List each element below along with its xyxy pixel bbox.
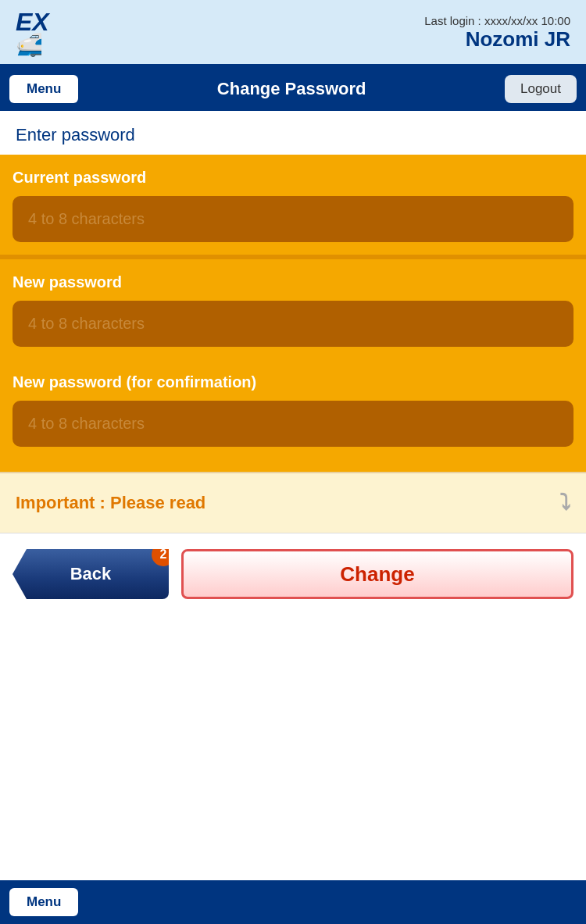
new-password-label: New password [13,273,573,291]
back-button-label: Back [70,564,112,584]
app-header: EX 🚅 Last login : xxxx/xx/xx 10:00 Nozom… [0,0,586,67]
header-info: Last login : xxxx/xx/xx 10:00 Nozomi JR [424,14,570,52]
bottom-actions: Back 2 Change [0,533,586,615]
nav-menu-button[interactable]: Menu [9,75,78,103]
important-text: Important : Please read [16,493,205,513]
confirm-password-label: New password (for confirmation) [13,373,573,391]
confirm-password-input[interactable] [13,401,573,447]
logo-ex-text: EX [16,9,49,34]
change-button[interactable]: Change [181,549,573,599]
current-password-input[interactable] [13,196,573,242]
password-form-area: Current password New password New passwo… [0,155,586,472]
new-password-block: New password [0,259,586,359]
back-button[interactable]: Back 2 [13,549,169,599]
navbar: Menu Change Password Logout [0,67,586,111]
user-name-text: Nozomi JR [424,27,570,52]
logo-train-icon: 🚅 [16,34,43,56]
back-badge: 2 [152,543,175,566]
chevron-down-icon: ⤵ [559,491,570,516]
section-header: Enter password [0,111,586,155]
new-password-input[interactable] [13,301,573,347]
last-login-text: Last login : xxxx/xx/xx 10:00 [424,14,570,27]
logo: EX 🚅 [16,9,49,56]
current-password-label: Current password [13,169,573,187]
confirm-password-block: New password (for confirmation) [0,359,586,459]
important-section[interactable]: Important : Please read ⤵ [0,472,586,533]
bottom-menu-button[interactable]: Menu [9,888,78,916]
section-header-title: Enter password [16,125,570,145]
main-content: Enter password Current password New pass… [0,111,586,880]
bottom-navbar: Menu [0,880,586,924]
nav-logout-button[interactable]: Logout [505,75,577,103]
current-password-block: Current password [0,155,586,255]
nav-title: Change Password [86,79,497,99]
